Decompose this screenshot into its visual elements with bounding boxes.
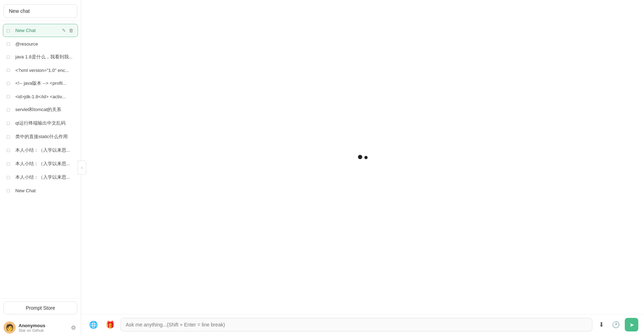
chat-item-label: servlet和tomcat的关系	[15, 106, 74, 113]
edit-chat-button[interactable]: ✎	[61, 27, 67, 34]
chat-item-label: 本人小结：（入学以来思...	[15, 174, 74, 180]
collapse-sidebar-button[interactable]: ‹	[78, 161, 86, 175]
chat-item-label: java 1.8是什么，我看到我...	[15, 54, 74, 60]
chat-item-label: New Chat	[15, 28, 61, 33]
chat-item-label: New Chat	[15, 188, 74, 193]
user-sub: Star on Github	[19, 328, 45, 333]
download-button[interactable]: ⬇	[596, 319, 607, 331]
history-button[interactable]: 🕐	[609, 319, 623, 331]
chat-icon: □	[7, 120, 12, 126]
sidebar-top: New chat	[0, 0, 81, 21]
chat-item-label: 本人小结：（入学以来思...	[15, 161, 74, 167]
chat-list-item[interactable]: □<id>jdk-1.8</id> <activ...	[3, 90, 78, 103]
chat-list-item[interactable]: □@resource	[3, 38, 78, 50]
dot-2	[364, 156, 368, 159]
chat-item-label: <!-- java版本 --> <profil...	[15, 80, 74, 87]
chat-list-item[interactable]: □本人小结：（入学以来思...	[3, 157, 78, 170]
bottom-toolbar: 🌐 🎁 ⬇ 🕐 ➤	[81, 314, 644, 335]
gift-button[interactable]: 🎁	[104, 319, 117, 330]
user-name: Anonymous	[19, 323, 45, 328]
avatar: 🧑	[4, 321, 16, 334]
chat-list-item[interactable]: □类中的直接static什么作用	[3, 130, 78, 143]
chat-item-label: <?xml version="1.0" enc...	[15, 68, 74, 73]
chat-icon: □	[7, 28, 12, 33]
chat-icon: □	[7, 107, 12, 112]
user-section: 🧑 Anonymous Star on Github ⚙	[0, 318, 81, 335]
sidebar: New chat □New Chat✎🗑□@resource□java 1.8是…	[0, 0, 81, 335]
chat-item-label: 类中的直接static什么作用	[15, 134, 74, 140]
chat-icon: □	[7, 134, 12, 140]
prompt-store-button[interactable]: Prompt Store	[4, 302, 77, 314]
user-info: 🧑 Anonymous Star on Github	[4, 321, 45, 334]
chat-list-item[interactable]: □本人小结：（入学以来思...	[3, 171, 78, 184]
chat-icon: □	[7, 41, 12, 47]
chat-icon: □	[7, 80, 12, 86]
chat-item-label: <id>jdk-1.8</id> <activ...	[15, 94, 74, 99]
chat-icon: □	[7, 174, 12, 180]
settings-button[interactable]: ⚙	[69, 323, 77, 333]
chat-list: □New Chat✎🗑□@resource□java 1.8是什么，我看到我..…	[0, 21, 81, 298]
delete-chat-button[interactable]: 🗑	[68, 27, 74, 34]
new-chat-top-button[interactable]: New chat	[4, 4, 77, 18]
chat-item-actions: ✎🗑	[61, 27, 74, 34]
dot-1	[358, 155, 362, 159]
main-area: 🌐 🎁 ⬇ 🕐 ➤	[81, 0, 644, 335]
chat-icon: □	[7, 94, 12, 99]
chat-input[interactable]	[120, 318, 592, 331]
send-button[interactable]: ➤	[625, 318, 638, 331]
chat-item-label: @resource	[15, 41, 74, 47]
chat-icon: □	[7, 54, 12, 60]
chat-list-item[interactable]: □本人小结：（入学以来思...	[3, 144, 78, 157]
chat-icon: □	[7, 161, 12, 167]
chat-list-item[interactable]: □New Chat✎🗑	[3, 24, 78, 37]
chat-list-item[interactable]: □servlet和tomcat的关系	[3, 103, 78, 116]
chat-icon: □	[7, 147, 12, 153]
loading-indicator	[358, 155, 368, 159]
user-text: Anonymous Star on Github	[19, 323, 45, 333]
chat-list-item[interactable]: □qt运行终端输出中文乱码	[3, 117, 78, 130]
chat-list-item[interactable]: □<?xml version="1.0" enc...	[3, 64, 78, 76]
chat-item-label: qt运行终端输出中文乱码	[15, 120, 74, 126]
globe-button[interactable]: 🌐	[87, 319, 100, 330]
chat-list-item[interactable]: □New Chat	[3, 184, 78, 197]
chat-area	[81, 0, 644, 314]
chat-icon: □	[7, 67, 12, 73]
send-icon: ➤	[629, 321, 634, 328]
chat-icon: □	[7, 188, 12, 193]
chat-item-label: 本人小结：（入学以来思...	[15, 147, 74, 153]
send-actions: ⬇ 🕐 ➤	[596, 318, 638, 331]
chat-list-item[interactable]: □<!-- java版本 --> <profil...	[3, 77, 78, 90]
sidebar-bottom: Prompt Store	[0, 298, 81, 318]
chat-list-item[interactable]: □java 1.8是什么，我看到我...	[3, 51, 78, 63]
